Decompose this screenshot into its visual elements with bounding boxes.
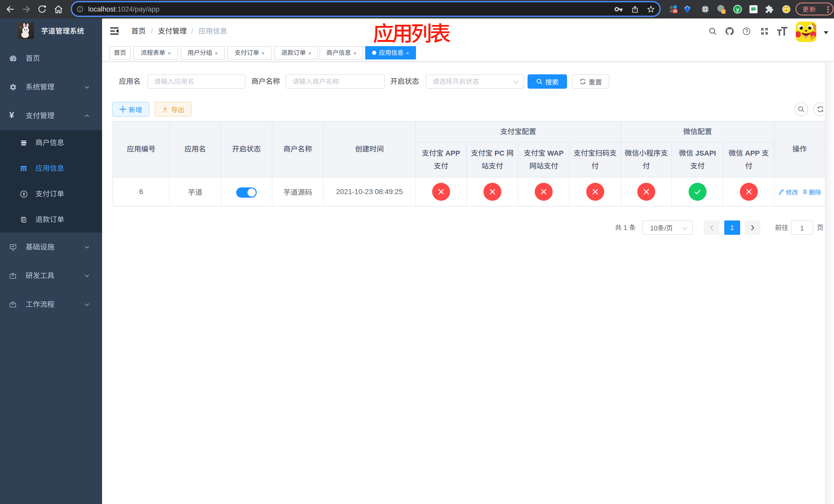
svg-text:¥: ¥	[23, 192, 25, 197]
svg-text:1: 1	[722, 9, 724, 14]
svg-text:y: y	[736, 7, 739, 12]
svg-text:10: 10	[673, 9, 677, 13]
